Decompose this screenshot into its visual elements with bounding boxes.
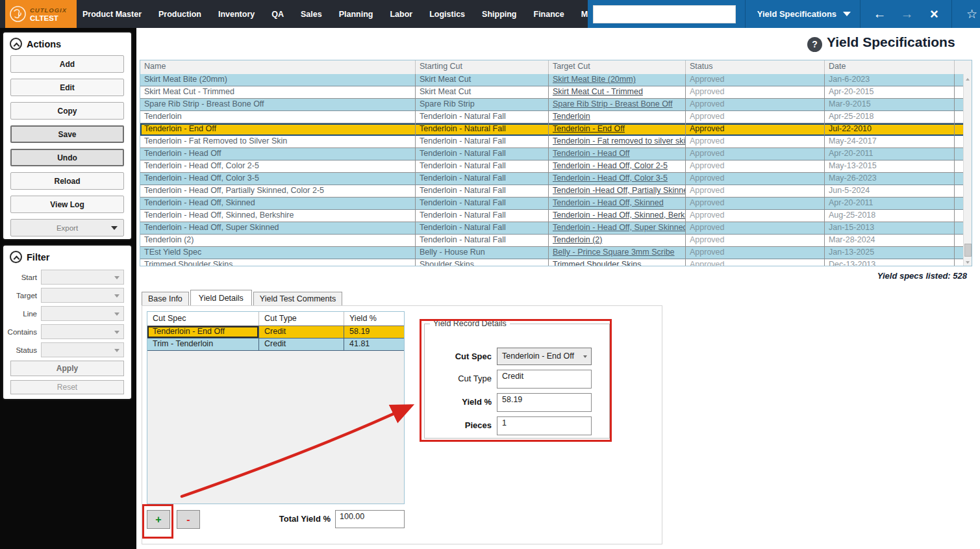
collapse-up-icon[interactable] [10, 38, 22, 50]
cell-starting-cut: Belly - House Run [416, 247, 549, 259]
spec-row[interactable]: Tenderloin - End OffTenderloin - Natural… [140, 123, 972, 136]
spec-row[interactable]: Tenderloin - Head Off, Color 3-5Tenderlo… [140, 173, 972, 185]
cell-target-cut-link[interactable]: Tenderloin - Head Off, Skinned [549, 198, 686, 210]
field-cut-type-input[interactable]: Credit [497, 370, 592, 389]
spec-row[interactable]: Tenderloin - Head OffTenderloin - Natura… [140, 148, 972, 160]
cell-target-cut-link[interactable]: Tenderloin - End Off [549, 123, 686, 136]
spec-row[interactable]: Tenderloin - Head Off, Super SkinnedTend… [140, 222, 972, 235]
scrollbar-thumb[interactable] [964, 244, 972, 257]
action-edit-button[interactable]: Edit [10, 79, 124, 96]
spec-row[interactable]: Tenderloin - Fat Removed to Silver SkinT… [140, 136, 972, 148]
menu-item-product-master[interactable]: Product Master [82, 10, 142, 19]
cell-target-cut-link[interactable]: Skirt Meat Cut - Trimmed [549, 86, 686, 99]
tab-yield-test-comments[interactable]: Yield Test Comments [253, 292, 342, 305]
column-header-date[interactable]: Date [825, 60, 955, 74]
spec-row[interactable]: Tenderloin - Head Off, Color 2-5Tenderlo… [140, 160, 972, 173]
action-reload-button[interactable]: Reload [10, 172, 124, 190]
field-label-yield: Yield % [425, 393, 497, 407]
field-cut-spec-select[interactable]: Tenderloin - End Off [497, 348, 592, 365]
cell-target-cut-link[interactable]: Tenderloin [549, 111, 686, 123]
page-selector[interactable]: Yield Specifications [757, 9, 851, 19]
cut-spec-row[interactable]: Trim - TenderloinCredit41.81 [147, 338, 404, 351]
column-header-starting-cut[interactable]: Starting Cut [416, 60, 549, 74]
filter-select-line[interactable] [41, 306, 124, 321]
reset-button[interactable]: Reset [10, 380, 124, 394]
forward-arrow-icon[interactable]: → [899, 0, 915, 28]
subgrid-header-cut-type: Cut Type [259, 312, 344, 326]
menu-item-shipping[interactable]: Shipping [482, 10, 516, 19]
add-row-button[interactable]: + [147, 510, 170, 529]
remove-row-button[interactable]: - [177, 510, 200, 529]
cell-target-cut-link[interactable]: Spare Rib Strip - Breast Bone Off [549, 99, 686, 111]
cell-target-cut-link[interactable]: Tenderloin -Head Off, Partially Skinned, [549, 185, 686, 198]
column-header-status[interactable]: Status [686, 60, 825, 74]
field-pieces-input[interactable]: 1 [497, 416, 592, 435]
help-icon[interactable]: ? [807, 37, 822, 52]
export-button[interactable]: Export [10, 219, 124, 236]
action-save-button[interactable]: Save [10, 125, 124, 143]
collapse-up-icon[interactable] [10, 251, 22, 263]
tab-base-info[interactable]: Base Info [142, 292, 189, 305]
tab-yield-details[interactable]: Yield Details [190, 290, 252, 305]
vertical-scrollbar[interactable] [963, 74, 972, 266]
filter-select-contains[interactable] [41, 324, 124, 339]
cell-target-cut-link[interactable]: Tenderloin - Fat removed to silver skin [549, 136, 686, 148]
cell-target-cut-link[interactable]: Tenderloin - Head Off, Color 3-5 [549, 173, 686, 185]
close-icon[interactable]: × [926, 0, 942, 28]
cell-starting-cut: Tenderloin - Natural Fall [416, 210, 549, 222]
action-add-button[interactable]: Add [10, 55, 124, 73]
cell-date: May-24-2017 [825, 136, 955, 148]
cell-cut-spec: Trim - Tenderloin [147, 338, 259, 351]
menu-item-sales[interactable]: Sales [301, 10, 322, 19]
cell-target-cut-link[interactable]: Tenderloin - Head Off, Skinned, Berkshi [549, 210, 686, 222]
actions-panel-title: Actions [27, 39, 61, 49]
spec-row[interactable]: Tenderloin - Head Off, SkinnedTenderloin… [140, 198, 972, 210]
spec-row[interactable]: Tenderloin (2)Tenderloin - Natural FallT… [140, 235, 972, 247]
apply-button[interactable]: Apply [10, 361, 124, 376]
back-arrow-icon[interactable]: ← [872, 0, 888, 28]
cut-spec-row[interactable]: Tenderloin - End OffCredit58.19 [147, 326, 404, 338]
filter-select-target[interactable] [41, 288, 124, 303]
cell-target-cut-link[interactable]: Tenderloin - Head Off [549, 148, 686, 160]
filter-select-status[interactable] [41, 342, 124, 357]
menu-item-finance[interactable]: Finance [534, 10, 564, 19]
spec-row[interactable]: Trimmed Shoulder SkinsShoulder SkinsTrim… [140, 259, 972, 266]
detail-tabs: Base InfoYield DetailsYield Test Comment… [142, 290, 344, 305]
menu-item-qa[interactable]: QA [271, 10, 284, 19]
nav-search-input[interactable] [593, 5, 736, 23]
cell-target-cut-link[interactable]: Tenderloin - Head Off, Color 2-5 [549, 160, 686, 173]
spec-row[interactable]: Tenderloin - Head Off, Skinned, Berkshir… [140, 210, 972, 222]
cell-target-cut-link[interactable]: Tenderloin (2) [549, 235, 686, 247]
cell-name: Tenderloin - End Off [140, 123, 416, 136]
cell-starting-cut: Spare Rib Strip [416, 99, 549, 111]
favorite-star-icon[interactable]: ☆ [964, 0, 980, 28]
spec-row[interactable]: TEst Yield SpecBelly - House RunBelly - … [140, 247, 972, 259]
filter-select-start[interactable] [41, 270, 124, 285]
action-undo-button[interactable]: Undo [10, 149, 124, 166]
menu-item-labor[interactable]: Labor [390, 10, 412, 19]
menu-item-logistics[interactable]: Logistics [429, 10, 465, 19]
cell-target-cut-link[interactable]: Tenderloin - Head Off, Super Skinned [549, 222, 686, 235]
scroll-down-icon[interactable] [964, 257, 972, 266]
spec-row[interactable]: Skirt Meat Bite (20mm)Skirt Meat CutSkir… [140, 74, 972, 86]
brand-logo[interactable]: CUTLOGIX CLTEST [5, 0, 77, 28]
menu-item-production[interactable]: Production [158, 10, 201, 19]
cell-target-cut-link[interactable]: Trimmed Shoulder Skins [549, 259, 686, 266]
field-yield-input[interactable]: 58.19 [497, 393, 592, 412]
action-view-log-button[interactable]: View Log [10, 196, 124, 213]
menu-item-planning[interactable]: Planning [339, 10, 373, 19]
total-yield-value[interactable]: 100.00 [335, 510, 405, 528]
column-header-target-cut[interactable]: Target Cut [549, 60, 686, 74]
cell-target-cut-link[interactable]: Belly - Prince Square 3mm Scribe [549, 247, 686, 259]
menu-item-inventory[interactable]: Inventory [218, 10, 255, 19]
action-copy-button[interactable]: Copy [10, 102, 124, 120]
spec-row[interactable]: TenderloinTenderloin - Natural FallTende… [140, 111, 972, 123]
cell-date: Jun-5-2024 [825, 185, 955, 198]
column-header-name[interactable]: Name [140, 60, 416, 74]
spec-row[interactable]: Skirt Meat Cut - TrimmedSkirt Meat CutSk… [140, 86, 972, 99]
cell-target-cut-link[interactable]: Skirt Meat Bite (20mm) [549, 74, 686, 86]
scroll-up-icon[interactable] [964, 74, 972, 84]
yield-record-details-fields: Cut SpecTenderloin - End OffCut TypeCred… [425, 348, 609, 440]
spec-row[interactable]: Spare Rib Strip - Breast Bone OffSpare R… [140, 99, 972, 111]
spec-row[interactable]: Tenderloin - Head Off, Partially Skinned… [140, 185, 972, 198]
